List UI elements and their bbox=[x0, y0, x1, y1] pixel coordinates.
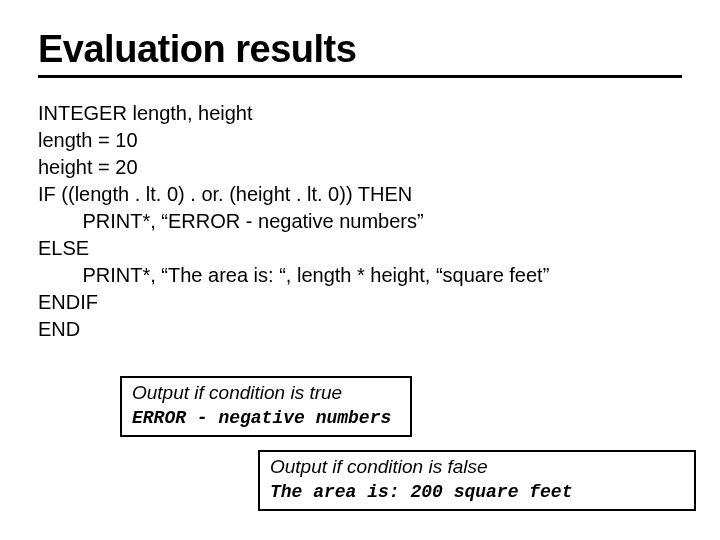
code-line: ELSE bbox=[38, 237, 89, 259]
code-block: INTEGER length, height length = 10 heigh… bbox=[38, 100, 682, 343]
code-line: PRINT*, “ERROR - negative numbers” bbox=[38, 210, 424, 232]
box-caption: Output if condition is true bbox=[132, 382, 400, 405]
code-line: ENDIF bbox=[38, 291, 98, 313]
box-output: The area is: 200 square feet bbox=[270, 481, 684, 504]
code-line: IF ((length . lt. 0) . or. (height . lt.… bbox=[38, 183, 412, 205]
box-output: ERROR - negative numbers bbox=[132, 407, 400, 430]
code-line: PRINT*, “The area is: “, length * height… bbox=[38, 264, 549, 286]
output-box-true: Output if condition is true ERROR - nega… bbox=[120, 376, 412, 437]
title-divider bbox=[38, 75, 682, 78]
page-title: Evaluation results bbox=[38, 28, 682, 71]
code-line: height = 20 bbox=[38, 156, 138, 178]
box-caption: Output if condition is false bbox=[270, 456, 684, 479]
code-line: END bbox=[38, 318, 80, 340]
code-line: length = 10 bbox=[38, 129, 138, 151]
code-line: INTEGER length, height bbox=[38, 102, 253, 124]
output-box-false: Output if condition is false The area is… bbox=[258, 450, 696, 511]
